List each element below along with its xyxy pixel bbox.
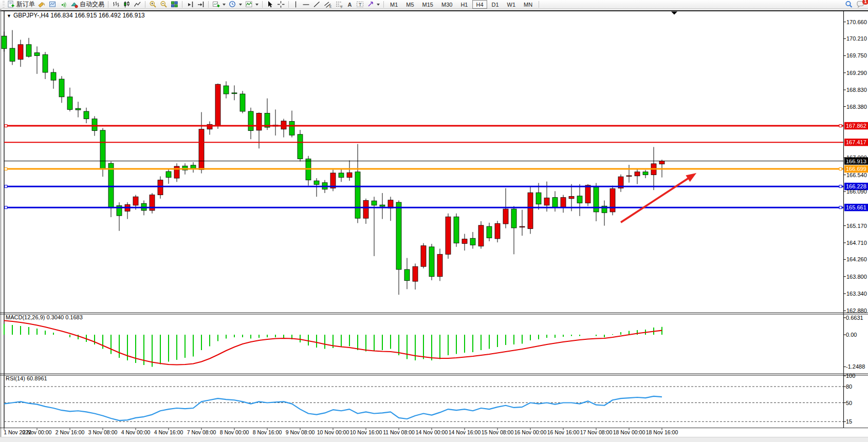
timeframe-H4[interactable]: H4: [472, 0, 487, 9]
svg-text:T: T: [359, 2, 362, 7]
zoom-out-button[interactable]: [158, 0, 169, 9]
time-tick-label: 16 Nov 16:00: [547, 429, 580, 435]
new-order-icon: [7, 1, 15, 8]
time-tick-label: 15 Nov 08:00: [482, 429, 514, 435]
chart-area[interactable]: 167.862167.417166.913166.699166.228165.6…: [0, 0, 868, 442]
time-tick-label: 3 Nov 08:00: [88, 429, 118, 435]
trendline-tool[interactable]: [311, 0, 322, 9]
timeframe-D1[interactable]: D1: [488, 0, 503, 9]
hline-handle[interactable]: [839, 125, 842, 127]
candle-body-down: [429, 247, 434, 277]
hline-handle[interactable]: [5, 206, 7, 209]
search-button[interactable]: [843, 0, 855, 9]
candle-body-down: [34, 53, 40, 56]
cursor-tool-button[interactable]: [265, 0, 275, 9]
timeframe-H1[interactable]: H1: [457, 0, 471, 9]
timeframe-M5[interactable]: M5: [402, 0, 417, 9]
search-icon: [845, 1, 853, 9]
candle-body-up: [446, 217, 451, 254]
hline-handle[interactable]: [5, 168, 7, 170]
price-tick-label: 164.710: [846, 240, 867, 246]
timeframe-group: M1M5M15M30H1H4D1W1MN: [386, 0, 537, 9]
timeframe-W1[interactable]: W1: [504, 0, 520, 9]
timeframe-M1[interactable]: M1: [386, 0, 401, 9]
candle-body-down: [643, 172, 648, 175]
price-tick-label: 164.260: [846, 256, 867, 262]
chat-button[interactable]: 1: [855, 0, 866, 9]
line-chart-mode-button[interactable]: [132, 0, 143, 9]
new-chart-icon: [212, 1, 220, 8]
horizontal-line-tool[interactable]: [301, 0, 311, 9]
toolbar-separator: [288, 1, 289, 8]
chevron-down-icon: [255, 4, 258, 6]
new-order-button[interactable]: 新订单: [6, 0, 36, 9]
candle-body-down: [59, 79, 64, 97]
crosshair-icon: [277, 1, 285, 8]
candle: [421, 243, 426, 268]
text-label-tool[interactable]: T: [355, 0, 365, 9]
signals-button[interactable]: [58, 0, 69, 9]
price-tick-label: 170.210: [846, 35, 867, 42]
toolbar-separator: [145, 1, 145, 8]
candle: [478, 221, 484, 249]
candlestick-mode-button[interactable]: [121, 0, 132, 9]
cursor-icon: [266, 1, 274, 8]
candle-body-down: [92, 119, 97, 130]
chat-notification-badge: 1: [862, 0, 868, 5]
toolbar-separator: [182, 1, 182, 8]
hline-handle[interactable]: [5, 185, 7, 188]
status-bar: [0, 437, 868, 442]
candle-body-up: [495, 223, 500, 239]
time-tick-label: 9 Nov 08:00: [286, 429, 315, 435]
macd-axis-label: 0.6631: [846, 315, 863, 321]
candle-body-up: [174, 166, 179, 178]
candle-body-down: [240, 94, 245, 111]
candle-body-down: [84, 111, 89, 119]
tile-windows-button[interactable]: [169, 0, 180, 9]
price-tick-label: 168.380: [846, 104, 867, 110]
rsi-axis-label: 80: [846, 383, 852, 390]
market-watch-button[interactable]: [36, 0, 47, 9]
candle-body-down: [108, 163, 114, 208]
candle-body-down: [511, 209, 516, 228]
timeframe-MN[interactable]: MN: [520, 0, 536, 9]
channel-icon: E: [324, 1, 332, 8]
crosshair-tool-button[interactable]: [275, 0, 286, 9]
market-depth-button[interactable]: [47, 0, 58, 9]
channel-tool[interactable]: E: [322, 0, 334, 9]
candle-body-up: [199, 129, 204, 170]
timeframe-M15[interactable]: M15: [419, 0, 437, 9]
time-tick-label: 10 Nov 16:00: [350, 429, 382, 435]
candle-body-up: [133, 197, 138, 205]
hline-handle[interactable]: [839, 206, 842, 209]
chart-shift-button[interactable]: [195, 0, 206, 9]
text-tool[interactable]: A: [345, 0, 355, 9]
new-chart-dropdown[interactable]: [211, 0, 227, 9]
periods-dropdown[interactable]: [227, 0, 244, 9]
hline-handle[interactable]: [839, 185, 842, 188]
candle-body-down: [536, 193, 541, 204]
time-tick-label: 18 Nov 00:00: [613, 429, 645, 435]
symbol-collapse-icon[interactable]: ▼: [7, 13, 11, 18]
auto-trading-button[interactable]: 自动交易: [69, 0, 106, 9]
candle-body-down: [166, 171, 171, 178]
zoom-out-icon: [160, 1, 168, 8]
timeframe-M30[interactable]: M30: [438, 0, 456, 9]
hline-handle[interactable]: [5, 125, 7, 127]
candle-body-down: [404, 270, 410, 281]
zoom-in-button[interactable]: [147, 0, 158, 9]
price-tick-label: 163.800: [846, 274, 867, 280]
candle-body-up: [659, 161, 664, 164]
arrows-tool-dropdown[interactable]: [365, 0, 381, 9]
time-tick-label: 7 Nov 08:00: [187, 429, 216, 435]
toolbar-separator: [539, 1, 539, 8]
fibonacci-tool[interactable]: F: [334, 0, 345, 9]
indicators-icon: [245, 1, 253, 8]
auto-trading-label: 自动交易: [80, 0, 104, 9]
auto-scroll-button[interactable]: [184, 0, 195, 9]
bar-chart-mode-button[interactable]: [110, 0, 121, 9]
price-tick-label: 162.880: [846, 308, 867, 314]
indicators-dropdown[interactable]: [244, 0, 260, 9]
hline-handle[interactable]: [839, 168, 842, 170]
vertical-line-tool[interactable]: [291, 0, 301, 9]
